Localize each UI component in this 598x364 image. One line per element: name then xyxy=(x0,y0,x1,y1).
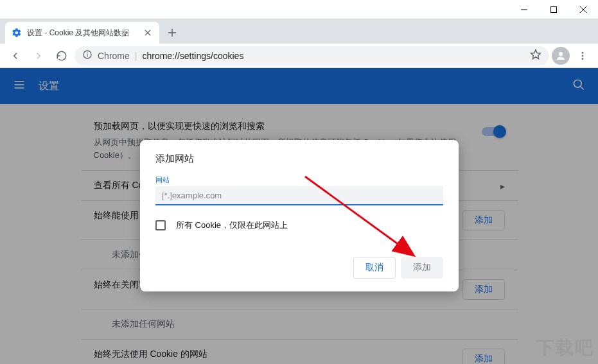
url-separator: | xyxy=(135,51,137,61)
settings-gear-icon xyxy=(12,28,22,38)
svg-rect-10 xyxy=(87,54,87,56)
svg-marker-11 xyxy=(531,50,541,59)
dialog-title: 添加网站 xyxy=(155,153,443,165)
bookmark-star-icon[interactable] xyxy=(530,49,541,62)
reload-button[interactable] xyxy=(51,46,72,66)
new-tab-button[interactable] xyxy=(163,24,181,42)
tab-title: 设置 - Cookie 及其他网站数据 xyxy=(27,28,137,39)
svg-point-14 xyxy=(582,55,584,56)
window-maximize-button[interactable] xyxy=(539,0,568,19)
svg-point-15 xyxy=(582,58,584,60)
site-url-input[interactable] xyxy=(155,186,443,205)
url-text: chrome://settings/cookies xyxy=(142,51,243,61)
window-minimize-button[interactable] xyxy=(509,0,539,19)
add-site-dialog: 添加网站 网站 所有 Cookie，仅限在此网站上 取消 添加 xyxy=(140,140,459,291)
url-scheme-label: Chrome xyxy=(98,51,130,61)
all-cookies-checkbox[interactable] xyxy=(155,220,166,230)
svg-point-12 xyxy=(559,52,563,56)
svg-point-9 xyxy=(87,53,88,54)
browser-toolbar: Chrome | chrome://settings/cookies xyxy=(0,44,598,68)
window-close-button[interactable] xyxy=(568,0,598,19)
add-button[interactable]: 添加 xyxy=(401,257,443,279)
window-titlebar xyxy=(0,0,598,19)
browser-tab[interactable]: 设置 - Cookie 及其他网站数据 xyxy=(5,22,159,44)
kebab-menu-icon[interactable] xyxy=(572,46,593,66)
profile-avatar-icon[interactable] xyxy=(552,47,570,65)
address-bar[interactable]: Chrome | chrome://settings/cookies xyxy=(75,46,549,65)
site-info-icon[interactable] xyxy=(82,49,92,62)
cancel-button[interactable]: 取消 xyxy=(353,257,396,279)
tab-strip: 设置 - Cookie 及其他网站数据 xyxy=(0,19,598,44)
svg-point-13 xyxy=(582,52,584,54)
forward-button[interactable] xyxy=(28,46,49,66)
tab-close-icon[interactable] xyxy=(143,28,153,38)
svg-rect-1 xyxy=(551,6,557,12)
back-button[interactable] xyxy=(5,46,26,66)
checkbox-label: 所有 Cookie，仅限在此网站上 xyxy=(176,220,288,231)
dialog-field-label: 网站 xyxy=(155,175,443,185)
